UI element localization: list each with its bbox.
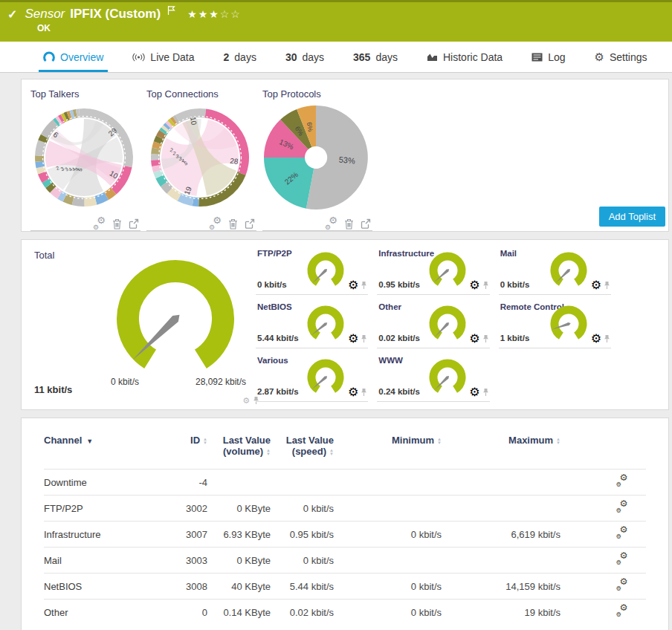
tab-number: 30 <box>285 51 297 63</box>
channel-name: WWW <box>378 356 403 365</box>
external-link-icon[interactable] <box>245 218 255 229</box>
sort-icon: ▲▼ <box>556 438 560 445</box>
channel-settings-icon[interactable]: ⚙⚙ <box>616 527 627 538</box>
cell-max: 19 kbit/s <box>442 600 560 626</box>
add-toplist-button[interactable]: Add Toplist <box>599 207 665 227</box>
channel-gauge <box>427 303 468 345</box>
gauge-cell-www: WWW0.24 kbit/s⚙ <box>377 354 489 402</box>
gear-icon[interactable]: ⚙ <box>469 385 479 399</box>
gear-icon[interactable]: ⚙ <box>469 278 479 292</box>
column-label: ID <box>190 435 200 446</box>
tab-bar: OverviewLive Data2days30days365daysHisto… <box>0 42 672 73</box>
channel-table-card: Channel▼ID▲▼Last Value(volume)▲▼Last Val… <box>21 418 669 630</box>
column-header-last-value-speed-[interactable]: Last Value(speed)▲▼ <box>271 435 334 470</box>
column-header-minimum[interactable]: Minimum▲▼ <box>334 435 442 470</box>
tab-365-days[interactable]: 365days <box>349 42 402 72</box>
column-label: Last Value <box>286 435 334 446</box>
gear-icon[interactable]: ⚙ <box>591 278 601 292</box>
cell-actions: ⚙⚙ <box>560 600 646 626</box>
cell-id: 3007 <box>163 522 207 548</box>
pin-icon[interactable] <box>482 388 489 397</box>
cell-actions: ⚙⚙ <box>560 470 646 496</box>
channel-settings-icon[interactable]: ⚙⚙ <box>616 605 627 616</box>
tab-label: Log <box>548 51 565 63</box>
gauge-scale-max: 28,092 kbit/s <box>196 377 246 387</box>
tab-settings[interactable]: ⚙Settings <box>589 42 651 72</box>
channel-value: 0 kbit/s <box>500 280 530 289</box>
gauge-cell-ftp-p2p: FTP/P2P0 kbit/s⚙ <box>256 247 368 295</box>
live-data-icon <box>132 53 145 62</box>
tab-overview[interactable]: Overview <box>39 42 108 72</box>
pin-icon[interactable] <box>604 334 610 343</box>
tab-live-data[interactable]: Live Data <box>128 42 198 72</box>
toplist-chart-top-connections: 102819223345 <box>146 101 256 214</box>
gear-icon[interactable]: ⚙ <box>348 278 358 292</box>
tab-historic-data[interactable]: Historic Data <box>422 42 507 72</box>
tab-label: days <box>375 51 398 63</box>
cell-channel: FTP/P2P <box>44 496 163 522</box>
gear-icon[interactable]: ⚙ <box>591 331 601 345</box>
cell-id: 3003 <box>163 548 207 574</box>
gear-icon[interactable]: ⚙ <box>348 385 358 399</box>
pin-icon[interactable] <box>361 388 367 397</box>
tab-2-days[interactable]: 2days <box>219 42 261 72</box>
gear-icon[interactable]: ⚙ <box>469 331 479 345</box>
tab-30-days[interactable]: 30days <box>281 42 329 72</box>
priority-stars[interactable]: ★★★☆☆ <box>187 8 242 20</box>
trash-icon[interactable] <box>344 218 354 230</box>
gear-icon[interactable]: ⚙ <box>242 397 250 405</box>
sort-icon: ▲▼ <box>203 438 207 445</box>
pin-icon[interactable] <box>482 281 489 290</box>
channel-settings-icon[interactable]: ⚙⚙ <box>616 475 627 486</box>
toplist-panel-top-connections: Top Connections102819223345⚙⚙ <box>146 88 256 231</box>
external-link-icon[interactable] <box>361 218 371 229</box>
channel-value: 5.44 kbit/s <box>257 334 299 342</box>
pin-icon[interactable] <box>361 281 367 290</box>
pin-icon[interactable] <box>482 334 489 343</box>
toplist-settings-icon[interactable]: ⚙⚙ <box>325 218 337 230</box>
column-header-maximum[interactable]: Maximum▲▼ <box>442 435 560 470</box>
table-row-netbios: NetBIOS300840 KByte5.44 kbit/s0 kbit/s14… <box>44 574 646 600</box>
sort-icon: ▲▼ <box>329 449 334 456</box>
column-header-id[interactable]: ID▲▼ <box>163 435 207 470</box>
toplist-settings-icon[interactable]: ⚙⚙ <box>209 218 222 230</box>
gear-icon: ⚙ <box>594 51 604 62</box>
channel-gauge <box>306 357 346 398</box>
page-title: IPFIX (Custom) <box>70 7 161 22</box>
column-header-last-value-volume-[interactable]: Last Value(volume)▲▼ <box>207 435 271 470</box>
channel-settings-icon[interactable]: ⚙⚙ <box>616 501 627 512</box>
column-label: Minimum <box>392 435 434 446</box>
channel-settings-icon[interactable]: ⚙⚙ <box>616 553 627 564</box>
cell-actions: ⚙⚙ <box>560 548 646 574</box>
channel-gauge <box>306 250 346 291</box>
pin-icon[interactable] <box>361 334 367 343</box>
cell-vol <box>207 470 271 496</box>
column-label: Last Value <box>223 435 271 446</box>
channel-settings-icon[interactable]: ⚙⚙ <box>616 579 627 590</box>
gear-icon[interactable]: ⚙ <box>348 331 358 345</box>
channel-value: 0.95 kbit/s <box>378 280 420 289</box>
cell-channel: NetBIOS <box>44 574 163 600</box>
column-label: Channel <box>44 435 82 446</box>
toplist-panel-top-talkers: Top Talkers291062334445⚙⚙ <box>30 88 140 231</box>
trash-icon[interactable] <box>112 218 122 230</box>
column-label: Maximum <box>508 435 553 446</box>
external-link-icon[interactable] <box>129 218 139 229</box>
cell-max <box>442 548 560 574</box>
sort-icon: ▲▼ <box>437 438 442 445</box>
pin-icon[interactable] <box>604 281 610 290</box>
tab-log[interactable]: Log <box>527 42 569 72</box>
cell-channel: Downtime <box>44 470 163 496</box>
total-gauge <box>105 255 246 380</box>
cell-vol: 0.14 KByte <box>207 600 271 626</box>
tab-label: Settings <box>610 51 647 63</box>
table-row-other: Other00.14 KByte0.02 kbit/s0 kbit/s19 kb… <box>44 600 646 626</box>
gauge-cell-various: Various2.87 kbit/s⚙ <box>256 354 368 402</box>
cell-speed: 0 kbit/s <box>271 496 334 522</box>
trash-icon[interactable] <box>228 218 238 230</box>
toplist-settings-icon[interactable]: ⚙⚙ <box>93 218 106 230</box>
column-header-channel[interactable]: Channel▼ <box>44 435 163 470</box>
cell-min <box>334 548 442 574</box>
flag-icon[interactable] <box>167 5 175 19</box>
tab-label: Historic Data <box>443 51 503 63</box>
